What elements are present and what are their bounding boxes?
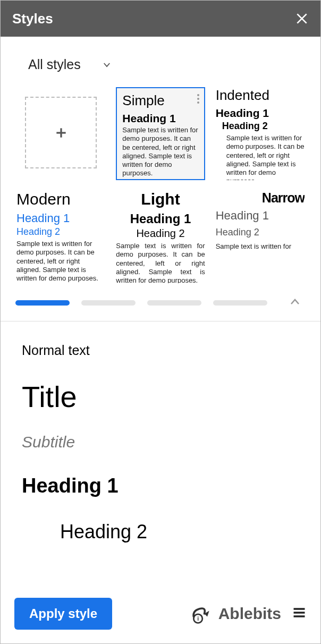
pager-dot-4[interactable] [213, 300, 267, 306]
ablebits-logo-icon: i [190, 602, 213, 625]
style-filter-label: All styles [28, 57, 81, 72]
footer-menu-button[interactable] [292, 605, 307, 622]
style-card-light[interactable]: Light Heading 1 Heading 2 Sample text is… [116, 190, 205, 283]
card-heading1: Heading 1 [16, 211, 105, 225]
style-card-narrow[interactable]: Narrow Heading 1 Heading 2 Sample text i… [216, 190, 305, 283]
card-sample-text: Sample text is written for demo purposes… [122, 126, 198, 178]
hamburger-icon [292, 605, 307, 620]
style-item-normal[interactable]: Normal text [22, 343, 299, 358]
card-heading2: Heading 2 [16, 226, 105, 238]
plus-icon [54, 126, 68, 140]
card-heading1: Heading 1 [216, 107, 305, 120]
brand-badge[interactable]: i Ablebits [190, 602, 281, 625]
style-item-title[interactable]: Title [22, 379, 299, 414]
card-menu-button[interactable] [197, 94, 200, 106]
svg-text:i: i [197, 616, 199, 622]
panel-title: Styles [12, 11, 53, 27]
card-heading1: Heading 1 [116, 211, 205, 226]
pager-dot-2[interactable] [81, 300, 136, 306]
card-sample-text: Sample text is written for [216, 242, 305, 251]
chevron-up-icon [289, 295, 301, 308]
card-sample-text: Sample text is written for demo purposes… [116, 242, 205, 283]
pager-dot-3[interactable] [147, 300, 201, 306]
card-title: Simple [122, 92, 198, 109]
apply-style-button[interactable]: Apply style [14, 598, 112, 630]
card-sample-text: Sample text is written for demo purposes… [16, 240, 105, 283]
svg-point-6 [197, 101, 199, 104]
style-card-indented[interactable]: Indented Heading 1 Heading 2 Sample text… [216, 87, 305, 180]
style-card-modern[interactable]: Modern Heading 1 Heading 2 Sample text i… [16, 190, 105, 283]
style-filter-dropdown[interactable]: All styles [15, 52, 306, 87]
style-card-simple[interactable]: Simple Heading 1 Sample text is written … [116, 87, 205, 180]
collapse-cards-button[interactable] [289, 295, 301, 310]
card-heading2: Heading 2 [216, 227, 305, 238]
style-item-heading1[interactable]: Heading 1 [22, 474, 299, 497]
pager-dot-1[interactable] [15, 300, 70, 306]
card-sample-text: Sample text is written for demo purposes… [226, 134, 305, 180]
card-title: Modern [16, 190, 105, 208]
brand-name: Ablebits [218, 605, 281, 623]
card-heading1: Heading 1 [216, 209, 305, 223]
card-heading2: Heading 2 [116, 227, 205, 240]
panel-header: Styles [1, 1, 320, 37]
card-title: Narrow [216, 190, 305, 206]
style-item-heading2[interactable]: Heading 2 [22, 521, 299, 543]
svg-point-4 [197, 94, 199, 96]
close-icon [295, 12, 309, 26]
svg-point-5 [197, 98, 199, 100]
more-vertical-icon [197, 94, 200, 104]
add-style-button[interactable] [25, 97, 97, 168]
card-title: Indented [216, 87, 305, 104]
panel-footer: Apply style i Ablebits [1, 588, 320, 643]
card-heading1: Heading 1 [122, 112, 198, 125]
close-button[interactable] [295, 12, 309, 26]
chevron-down-icon [102, 60, 112, 70]
card-pager [15, 284, 306, 321]
style-item-subtitle[interactable]: Subtitle [22, 433, 299, 451]
card-slot-add [16, 87, 105, 181]
card-heading2: Heading 2 [222, 121, 305, 132]
card-title: Light [116, 190, 205, 208]
style-card-grid: Simple Heading 1 Sample text is written … [15, 87, 306, 284]
